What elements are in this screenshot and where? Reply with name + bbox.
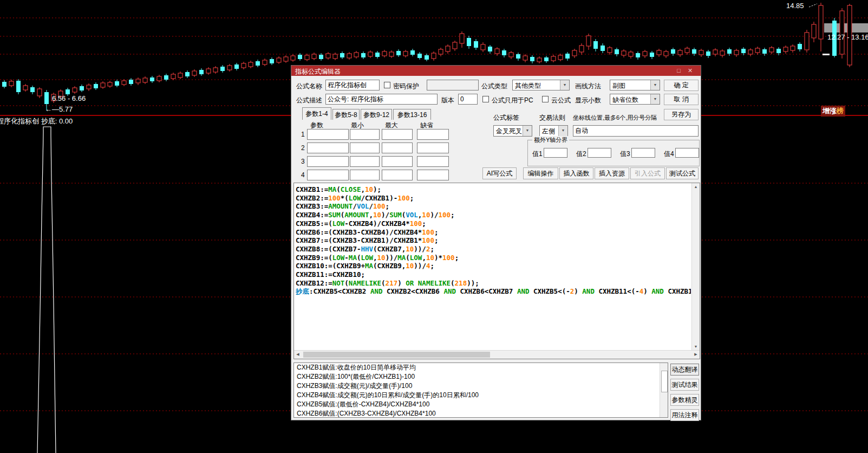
param-input[interactable] [350,143,380,153]
pc-only-checkbox[interactable] [482,96,489,102]
insert-function-button[interactable]: 插入函数 [559,167,593,179]
y-value-input[interactable] [588,148,611,158]
decimal-select[interactable]: 缺省位数 ▼ [610,94,660,105]
candle [213,66,218,74]
trade-rule-select[interactable]: 左侧 ▼ [539,125,568,137]
formula-desc-input[interactable] [325,94,438,105]
close-icon[interactable]: ✕ [686,67,694,75]
param-wizard-button[interactable]: 参数精灵 [670,394,699,406]
param-input[interactable] [350,170,380,180]
candle [805,30,809,53]
chevron-down-icon[interactable]: ▼ [560,80,569,90]
param-input[interactable] [307,129,349,140]
tab-参数9-12[interactable]: 参数9-12 [361,109,392,120]
hscroll-thumb[interactable] [303,352,490,358]
param-input[interactable] [382,170,413,180]
param-input[interactable] [350,156,380,167]
dynamic-translate-button[interactable]: 动态翻译 [670,364,699,376]
candle [544,56,549,63]
code-editor[interactable]: CXHZB1:=MA(CLOSE,10);CXHZB2:=100*(LOW/CX… [293,183,700,359]
insert-resource-button[interactable]: 插入资源 [595,167,629,179]
password-field [427,80,479,90]
candle [720,49,725,57]
annotation-arrow [809,4,817,7]
ai-write-button[interactable]: AI写公式 [482,167,517,179]
candle [143,76,147,84]
chevron-down-icon[interactable]: ▼ [523,126,532,136]
scroll-down-icon[interactable]: ▼ [692,343,700,351]
candle [410,49,415,56]
indicator-spike [37,127,56,453]
candle [122,79,126,86]
password-protect-checkbox[interactable] [384,82,390,88]
param-input[interactable] [417,129,449,140]
code-line: CXHZB7:=(CXHZB3-CXHZB1)/CXHZB1*100; [296,236,691,245]
decimal-value: 缺省位数 [612,95,638,105]
scroll-left-icon[interactable]: ◀ [294,351,302,358]
candle [2,80,6,88]
rank-badge-text: 增涨 [823,107,837,115]
y-value-input[interactable] [544,148,567,158]
param-row-number: 1 [301,131,305,138]
formula-tag-select[interactable]: 金叉死叉 ▼ [493,125,532,137]
coord-line-input[interactable] [573,125,699,137]
ok-button[interactable]: 确 定 [664,80,699,91]
draw-method-select[interactable]: 副图 ▼ [610,80,660,90]
code-hscrollbar[interactable]: ◀ ▶ [294,350,700,359]
code-line: CXHZB12:=NOT(NAMELIKE(217) OR NAMELIKE(2… [296,279,691,288]
candle [685,47,689,55]
candle [375,51,380,59]
param-input[interactable] [382,143,413,153]
cloud-formula-checkbox[interactable] [542,96,549,102]
chevron-down-icon[interactable]: ▼ [558,126,567,136]
chevron-down-icon[interactable]: ▼ [650,80,660,90]
translation-scroll-thumb[interactable] [661,371,668,392]
import-formula-button: 引入公式 [630,167,665,179]
usage-note-button[interactable]: 用法注释 [670,409,699,421]
candle [171,73,175,80]
code-area[interactable]: CXHZB1:=MA(CLOSE,10);CXHZB2:=100*(LOW/CX… [296,185,691,349]
param-input[interactable] [350,129,380,140]
cancel-button[interactable]: 取 消 [664,94,699,105]
y-value-input[interactable] [675,148,699,158]
candle [129,78,133,86]
edit-ops-button[interactable]: 编辑操作 [523,167,558,179]
code-vscrollbar[interactable]: ▲ ▼ [691,183,700,351]
candle [474,39,478,50]
param-input[interactable] [307,156,349,167]
translation-scrollbar[interactable] [660,363,668,417]
candle [242,62,246,69]
param-input[interactable] [382,129,413,140]
param-input[interactable] [417,143,449,153]
candle [101,81,105,89]
version-input[interactable] [458,94,478,105]
code-line: CXHZB1:=MA(CLOSE,10); [296,185,691,194]
test-formula-button[interactable]: 测试公式 [666,167,699,179]
save-as-button[interactable]: 另存为 [664,109,699,120]
y-value-input[interactable] [631,148,655,158]
extra-y-group: 额外Y轴分界 值1值2值3值4 [527,140,700,166]
test-result-button[interactable]: 测试结果 [670,379,699,391]
rank-badge[interactable]: 增涨榜 [821,106,845,117]
candle [298,53,302,61]
tab-参数5-8[interactable]: 参数5-8 [332,109,360,120]
maximize-icon[interactable]: □ [675,67,683,75]
scroll-right-icon[interactable]: ▶ [692,351,700,358]
translation-panel: CXHZB1赋值:收盘价的10日简单移动平均CXHZB2赋值:100*(最低价/… [293,363,668,418]
param-input[interactable] [417,170,449,180]
candle [270,57,274,65]
param-input[interactable] [307,170,349,180]
scroll-up-icon[interactable]: ▲ [692,183,700,191]
trade-rule-label: 交易法则 [539,113,565,122]
candle [389,50,394,58]
param-input[interactable] [307,143,349,153]
formula-type-select[interactable]: 其他类型 ▼ [512,80,570,90]
param-input[interactable] [382,156,413,167]
tab-参数1-4[interactable]: 参数1-4 [302,107,331,120]
translation-line: CXHZB4赋值:成交额(元)的10日累和/成交量(手)的10日累和/100 [294,391,668,400]
tab-参数13-16[interactable]: 参数13-16 [393,109,431,120]
formula-name-input[interactable] [325,80,380,90]
dialog-titlebar[interactable]: 指标公式编辑器 □ ✕ [291,66,701,76]
param-input[interactable] [417,156,449,167]
chevron-down-icon[interactable]: ▼ [650,94,660,104]
